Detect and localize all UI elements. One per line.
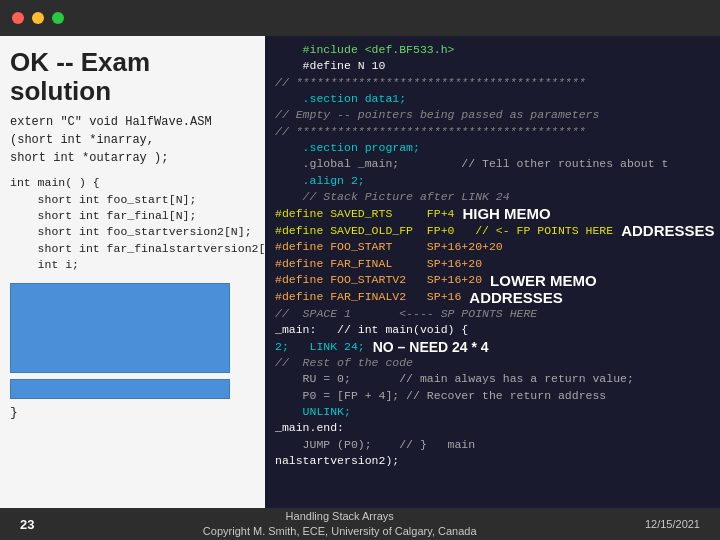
code-define-saved-oldfp: #define SAVED_OLD_FP FP+0 // <- FP POINT… xyxy=(275,223,613,239)
code-comment-stars-2: // *************************************… xyxy=(275,124,710,140)
page-number: 23 xyxy=(20,517,34,532)
closing-brace: } xyxy=(10,405,255,420)
slide-heading: OK -- Exam solution xyxy=(10,48,255,105)
code-comment-stack: // Stack Picture after LINK 24 xyxy=(275,189,710,205)
right-panel: #include <def.BF533.h> #define N 10 // *… xyxy=(265,36,720,508)
code-nal-start: nalstartversion2); xyxy=(275,453,710,469)
footer-text-2: Copyright M. Smith, ECE, University of C… xyxy=(203,524,477,539)
define-saved-rts-row: #define SAVED_RTS FP+4 HIGH MEMO xyxy=(275,205,710,222)
link-row: 2; LINK 24; NO – NEED 24 * 4 xyxy=(275,339,710,355)
code-define-saved-rts: #define SAVED_RTS FP+4 xyxy=(275,206,454,222)
code-comment-empty: // Empty -- pointers being passed as par… xyxy=(275,107,710,123)
code-global-main: .global _main; // Tell other routines ab… xyxy=(275,156,710,172)
far-final-line: short int far_final[N]; xyxy=(10,208,255,224)
code-comment-stars-1: // *************************************… xyxy=(275,75,710,91)
footer-center: Handling Stack Arrays Copyright M. Smith… xyxy=(203,509,477,540)
close-button[interactable] xyxy=(12,12,24,24)
code-section-program: .section program; xyxy=(275,140,710,156)
code-section-data1: .section data1; xyxy=(275,91,710,107)
code-define-far-finalv2: #define FAR_FINALV2 SP+16 xyxy=(275,289,461,305)
left-panel: OK -- Exam solution extern "C" void Half… xyxy=(0,36,265,508)
bottom-bar: 23 Handling Stack Arrays Copyright M. Sm… xyxy=(0,508,720,540)
code-link: 2; LINK 24; xyxy=(275,339,365,355)
code-define-foo-startv2: #define FOO_STARTV2 SP+16+20 xyxy=(275,272,482,288)
code-align: .align 2; xyxy=(275,173,710,189)
define-saved-oldfp-row: #define SAVED_OLD_FP FP+0 // <- FP POINT… xyxy=(275,222,710,239)
lower-memo-label: LOWER MEMO xyxy=(490,272,597,289)
maximize-button[interactable] xyxy=(52,12,64,24)
blue-block-2 xyxy=(10,379,230,399)
code-comment-rest: // Rest of the code xyxy=(275,355,710,371)
main-function-code: int main( ) { short int foo_start[N]; sh… xyxy=(10,175,255,273)
high-memo-label: HIGH MEMO xyxy=(462,205,550,222)
code-unlink: UNLINK; xyxy=(275,404,710,420)
blue-block-1 xyxy=(10,283,230,373)
main-content: OK -- Exam solution extern "C" void Half… xyxy=(0,36,720,508)
no-need-label: NO – NEED 24 * 4 xyxy=(373,339,489,355)
code-main-end: _main.end: xyxy=(275,420,710,436)
foo-startv2-line: short int foo_startversion2[N]; xyxy=(10,224,255,240)
int-i-line: int i; xyxy=(10,257,255,273)
code-define-far-final: #define FAR_FINAL SP+16+20 xyxy=(275,256,710,272)
code-define-foo-start: #define FOO_START SP+16+20+20 xyxy=(275,239,710,255)
code-main-label: _main: // int main(void) { xyxy=(275,322,710,338)
extern-declaration: extern "C" void HalfWave.ASM (short int … xyxy=(10,113,255,167)
code-jump-p0: JUMP (P0); // } main xyxy=(275,437,710,453)
code-ru-zero: RU = 0; // main always has a return valu… xyxy=(275,371,710,387)
define-foo-startv2-row: #define FOO_STARTV2 SP+16+20 LOWER MEMO xyxy=(275,272,710,289)
foo-start-line: short int foo_start[N]; xyxy=(10,192,255,208)
footer-text-1: Handling Stack Arrays xyxy=(203,509,477,524)
code-p0-fp4: P0 = [FP + 4]; // Recover the return add… xyxy=(275,388,710,404)
footer-date: 12/15/2021 xyxy=(645,518,700,530)
far-finalv2-line: short int far_finalstartversion2[N]; xyxy=(10,241,255,257)
title-bar xyxy=(0,0,720,36)
addresses-label-2: ADDRESSES xyxy=(469,289,562,306)
code-include: #include <def.BF533.h> xyxy=(275,42,710,58)
code-define-n: #define N 10 xyxy=(275,58,710,74)
minimize-button[interactable] xyxy=(32,12,44,24)
code-comment-space: // SPACE 1 <---- SP POINTS HERE xyxy=(275,306,710,322)
define-far-finalv2-row: #define FAR_FINALV2 SP+16 ADDRESSES xyxy=(275,289,710,306)
int-main-line: int main( ) { xyxy=(10,175,255,191)
addresses-label-1: ADDRESSES xyxy=(621,222,714,239)
